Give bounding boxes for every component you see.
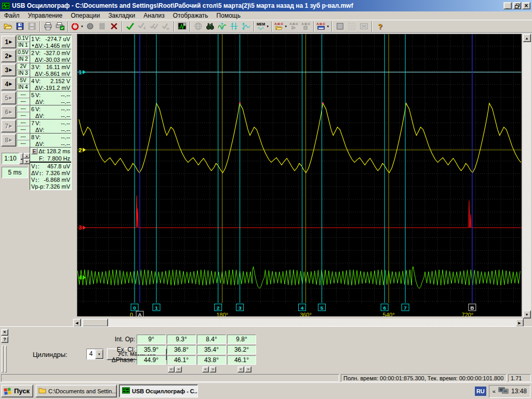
channel-6-range-field[interactable]: --- xyxy=(17,105,30,112)
abc-stop-button[interactable]: A:B:C xyxy=(300,21,312,32)
print-preview-button[interactable] xyxy=(54,21,66,32)
record-button[interactable] xyxy=(84,21,96,32)
abc-display-button[interactable]: A:B:C▼ xyxy=(316,21,330,32)
channel-2-range-field[interactable]: 0.5V xyxy=(17,49,30,56)
channel-1-range-field[interactable]: 0.1V xyxy=(17,35,30,42)
marker-label[interactable]: 5 xyxy=(321,305,324,311)
wave-cursor-button[interactable] xyxy=(216,21,228,32)
channel-8-button[interactable]: 8▶ xyxy=(1,134,16,147)
marker-label[interactable]: 6 xyxy=(383,305,386,311)
print-button[interactable] xyxy=(42,21,54,32)
task-button-2[interactable]: USB Осциллограф - C... xyxy=(119,384,198,397)
channel-7-range-field[interactable]: --- xyxy=(17,119,30,126)
channel-8-range-field[interactable]: --- xyxy=(17,133,30,140)
open-button[interactable] xyxy=(2,21,14,32)
channel-8-input-field[interactable]: --- xyxy=(17,140,30,147)
marker-a-label[interactable]: A xyxy=(138,312,141,316)
marker-label[interactable]: 4 xyxy=(301,305,304,311)
panel-help-button[interactable]: ? xyxy=(1,336,8,343)
start-button[interactable]: Пуск xyxy=(1,384,33,397)
dropdown-arrow-icon[interactable]: ▼ xyxy=(81,25,84,28)
scope-canvas[interactable]: 123401234567BA0180°360°540°720° xyxy=(77,34,522,316)
scroll-down-button[interactable]: ▼ xyxy=(523,310,531,318)
task-button-1[interactable]: C:\Documents and Settin... xyxy=(35,384,117,397)
network-monitor-icon[interactable] xyxy=(498,387,509,395)
probe-ratio-value[interactable]: 1:10 xyxy=(2,153,19,164)
menu-item-1[interactable]: Файл xyxy=(0,11,24,20)
channel-3-input-field[interactable]: IN 3 xyxy=(17,70,30,76)
nav-prev-button[interactable]: < xyxy=(168,366,175,373)
wave-markers-button[interactable] xyxy=(240,21,252,32)
dropdown-arrow-icon[interactable]: ▼ xyxy=(266,25,269,28)
clear-region-button[interactable] xyxy=(358,21,370,32)
check-forward-button[interactable] xyxy=(160,21,172,32)
save-copy-button[interactable] xyxy=(26,21,38,32)
pause-button[interactable] xyxy=(96,21,108,32)
nav-next-button[interactable]: > xyxy=(245,366,251,373)
dropdown-arrow-icon[interactable]: ▼ xyxy=(284,25,287,28)
help-button[interactable]: ? xyxy=(374,21,386,32)
cylinders-combobox[interactable]: 4 ▼ xyxy=(86,349,104,360)
scroll-right-button[interactable]: ▶ xyxy=(515,318,524,327)
ratio-up-button[interactable]: ▲ xyxy=(23,153,30,158)
nav-next-button[interactable]: > xyxy=(209,366,216,373)
channel-1-button[interactable]: 1▶ xyxy=(1,35,16,48)
menu-item-6[interactable]: Отображать xyxy=(169,11,212,20)
display-settings-button[interactable] xyxy=(176,21,188,32)
channel-2-button[interactable]: 2▶ xyxy=(1,49,16,62)
check-double-button[interactable] xyxy=(148,21,160,32)
menu-item-2[interactable]: Управление xyxy=(24,11,67,20)
menu-item-5[interactable]: Анализ xyxy=(139,11,169,20)
apply-check-button[interactable] xyxy=(124,21,136,32)
nav-prev-button[interactable]: < xyxy=(237,366,244,373)
panel-gripper[interactable] xyxy=(5,345,7,373)
scroll-left-button[interactable]: ◀ xyxy=(73,318,81,327)
marker-label[interactable]: 7 xyxy=(404,305,407,311)
timebase-field[interactable]: 5 ms xyxy=(2,167,28,178)
channel-6-button[interactable]: 6▶ xyxy=(1,105,16,118)
menu-item-7[interactable]: Помощь xyxy=(212,11,245,20)
marker-label[interactable]: 2 xyxy=(217,305,220,311)
nav-prev-button[interactable]: < xyxy=(202,366,209,373)
cursors-button[interactable] xyxy=(228,21,240,32)
abc-play-button[interactable]: A:B:C xyxy=(288,21,300,32)
e-marker-box[interactable]: E xyxy=(31,148,37,154)
channel-4-input-field[interactable]: IN 4 xyxy=(17,84,30,90)
menu-item-4[interactable]: Закладки xyxy=(104,11,139,20)
ratio-left-button[interactable]: ◂ xyxy=(19,153,23,164)
internet-button[interactable] xyxy=(192,21,204,32)
minimize-button[interactable]: _ xyxy=(503,2,512,9)
restore-button[interactable] xyxy=(513,2,521,9)
close-button[interactable]: × xyxy=(522,2,530,9)
horizontal-scroll-thumb[interactable] xyxy=(82,318,108,327)
channel-2-input-field[interactable]: IN 2 xyxy=(17,56,30,62)
abc-open-button[interactable]: A:B:C▼ xyxy=(274,21,288,32)
marker-b-label[interactable]: B xyxy=(470,305,474,311)
tray-chevron-icon[interactable]: « xyxy=(493,388,496,394)
channel-7-button[interactable]: 7▶ xyxy=(1,119,16,132)
channel-7-input-field[interactable]: --- xyxy=(17,126,30,132)
pattern-button[interactable] xyxy=(346,21,358,32)
channel-4-range-field[interactable]: 5V xyxy=(17,77,30,84)
marker-label[interactable]: 0 xyxy=(133,305,136,311)
combo-dropdown-icon[interactable]: ▼ xyxy=(95,349,103,359)
vertical-scrollbar[interactable]: ▲ ▼ xyxy=(523,34,531,318)
channel-4-button[interactable]: 4▶ xyxy=(1,77,16,90)
select-region-button[interactable] xyxy=(334,21,346,32)
dropdown-arrow-icon[interactable]: ▼ xyxy=(326,25,329,28)
memory-button[interactable]: MEM▼ xyxy=(256,21,270,32)
save-button[interactable] xyxy=(14,21,26,32)
nav-next-button[interactable]: > xyxy=(175,366,182,373)
scroll-up-button[interactable]: ▲ xyxy=(523,34,531,42)
channel-5-range-field[interactable]: --- xyxy=(17,91,30,98)
channel-6-input-field[interactable]: --- xyxy=(17,112,30,118)
check-down-button[interactable] xyxy=(136,21,148,32)
marker-label[interactable]: 3 xyxy=(238,305,242,311)
channel-3-button[interactable]: 3▶ xyxy=(1,63,16,76)
channel-5-input-field[interactable]: --- xyxy=(17,98,30,104)
panel-gripper[interactable] xyxy=(2,345,4,373)
marker-label[interactable]: 1 xyxy=(155,305,158,311)
channel-5-button[interactable]: 5▶ xyxy=(1,91,16,104)
horizontal-scrollbar[interactable]: ◀ ▶ xyxy=(73,318,524,327)
channel-1-input-field[interactable]: IN 1 xyxy=(17,42,30,48)
